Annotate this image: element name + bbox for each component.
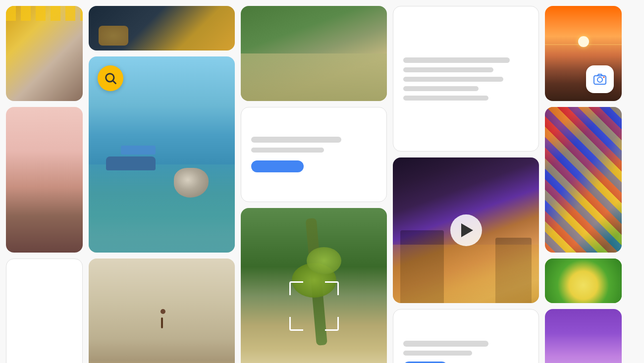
placeholder-line — [403, 77, 503, 82]
corner-br — [325, 317, 339, 331]
svg-line-1 — [113, 81, 115, 83]
photo-textiles — [545, 107, 622, 253]
main-grid: near me — [0, 0, 644, 363]
ui-card-center — [241, 107, 387, 202]
placeholder-line — [251, 137, 341, 143]
photo-palm-scan — [241, 208, 387, 363]
photo-woman-surfboard — [6, 107, 83, 253]
photo-flags — [6, 6, 83, 101]
corner-tr — [325, 281, 339, 295]
placeholder-line — [403, 341, 488, 347]
ui-card-text-lines — [393, 6, 539, 152]
placeholder-line — [403, 57, 510, 63]
placeholder-line — [251, 148, 324, 153]
photo-boat-search — [89, 56, 235, 253]
svg-point-4 — [603, 77, 605, 78]
corner-tl — [289, 281, 303, 295]
photo-trombone — [89, 6, 235, 51]
search-icon-circle[interactable] — [98, 65, 123, 91]
photo-sunset-camera — [545, 6, 622, 101]
camera-badge[interactable] — [586, 65, 614, 93]
ui-card-bottom-right — [393, 309, 539, 363]
corner-bl — [289, 317, 303, 331]
photo-flower — [545, 259, 622, 303]
play-triangle-icon — [461, 223, 473, 237]
photo-paddleboard-near-me: near me — [89, 259, 235, 363]
blue-button-center[interactable] — [251, 160, 304, 172]
scan-corners — [289, 281, 339, 331]
placeholder-line — [403, 67, 493, 72]
play-button[interactable] — [450, 214, 482, 246]
photo-purple-sky — [545, 309, 622, 363]
photo-coastal-town — [241, 6, 387, 101]
ui-card-bottom-left — [6, 259, 83, 363]
placeholder-line — [403, 86, 479, 91]
placeholder-line — [403, 96, 488, 101]
photo-plaza-video — [393, 157, 539, 303]
placeholder-line — [403, 351, 472, 356]
svg-point-3 — [597, 77, 602, 82]
